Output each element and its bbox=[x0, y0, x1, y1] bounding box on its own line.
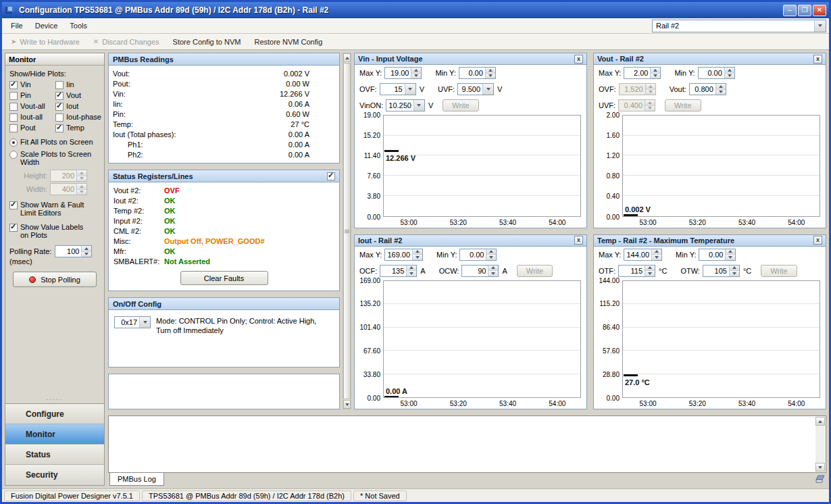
sidebar-nav: Configure Monitor Status Security bbox=[5, 403, 104, 485]
otf-spinner[interactable]: 115 bbox=[618, 265, 655, 277]
uvf-combo[interactable]: 9.500 bbox=[457, 83, 494, 95]
vout-spinner[interactable]: 0.800 bbox=[689, 83, 726, 95]
plot-toggle-iout[interactable]: Iout bbox=[55, 101, 101, 111]
max-y-spinner[interactable]: 2.00 bbox=[624, 67, 661, 79]
ovf-combo[interactable]: 15 bbox=[380, 83, 416, 95]
plot-toggle-vout[interactable]: Vout bbox=[55, 91, 101, 101]
scroll-up-icon[interactable] bbox=[343, 53, 351, 62]
spinner-arrows-icon[interactable] bbox=[645, 266, 655, 276]
min-y-spinner[interactable]: 0.00 bbox=[459, 249, 497, 261]
onoff-config-title: On/Off Config bbox=[113, 300, 161, 308]
chevron-down-icon[interactable] bbox=[814, 20, 826, 32]
ovf-spinner[interactable]: 1.520 bbox=[619, 83, 656, 95]
scrollbar-thumb[interactable] bbox=[343, 63, 351, 399]
write-button[interactable]: Write bbox=[761, 265, 797, 277]
spinner-arrows-icon[interactable] bbox=[725, 249, 735, 260]
radio-scale-plots-width[interactable]: Scale Plots to Screen Width bbox=[9, 149, 101, 167]
tab-pmbus-log[interactable]: PMBus Log bbox=[109, 472, 164, 486]
sidebar-item-monitor[interactable]: Monitor bbox=[5, 424, 104, 445]
menu-device[interactable]: Device bbox=[29, 19, 64, 32]
plot-toggle-iout-phase[interactable]: Iout-phase bbox=[55, 112, 101, 122]
spinner-arrows-icon[interactable] bbox=[406, 266, 416, 276]
max-y-spinner[interactable]: 19.00 bbox=[384, 67, 422, 79]
maximize-button-icon[interactable]: ❐ bbox=[798, 5, 811, 16]
rail-selector[interactable]: Rail #2 bbox=[652, 20, 826, 32]
status-panel-checkbox[interactable] bbox=[327, 172, 335, 180]
max-y-spinner[interactable]: 144.00 bbox=[624, 249, 662, 261]
onoff-mode-combo[interactable]: 0x17 bbox=[114, 316, 151, 328]
close-plot-icon[interactable]: x bbox=[813, 55, 822, 64]
restore-nvm-config-button[interactable]: Restore NVM Config bbox=[249, 35, 328, 49]
clear-log-icon[interactable] bbox=[814, 474, 826, 484]
width-spinner[interactable]: 400 bbox=[50, 183, 87, 195]
plot-toggle-vout-all[interactable]: Vout-all bbox=[9, 101, 55, 111]
spinner-arrows-icon[interactable] bbox=[486, 249, 496, 260]
checkbox-icon bbox=[9, 201, 18, 209]
sidebar-item-status[interactable]: Status bbox=[5, 445, 104, 465]
spinner-arrows-icon[interactable] bbox=[76, 184, 86, 195]
ocf-spinner[interactable]: 135 bbox=[380, 265, 417, 277]
stop-polling-button[interactable]: Stop Polling bbox=[13, 272, 97, 287]
max-y-spinner[interactable]: 169.00 bbox=[384, 249, 423, 261]
spinner-arrows-icon[interactable] bbox=[411, 68, 421, 78]
menu-file[interactable]: File bbox=[5, 19, 29, 32]
write-button[interactable]: Write bbox=[517, 265, 553, 277]
store-config-to-nvm-button[interactable]: Store Config to NVM bbox=[168, 35, 247, 49]
plot-toggle-iin[interactable]: Iin bbox=[55, 80, 101, 90]
spinner-arrows-icon[interactable] bbox=[729, 266, 739, 276]
pmbus-log-content[interactable] bbox=[108, 415, 826, 473]
discard-changes-button[interactable]: ✕ Discard Changes bbox=[88, 35, 165, 49]
write-button[interactable]: Write bbox=[665, 99, 701, 111]
sidebar-item-configure[interactable]: Configure bbox=[5, 404, 104, 424]
close-button-icon[interactable]: ✕ bbox=[813, 5, 826, 16]
device-address: TPS53681 @ PMBus Addr 89d (59h) / I2C Ad… bbox=[142, 490, 351, 501]
polling-rate-spinner[interactable]: 100 bbox=[55, 245, 92, 257]
chevron-down-icon[interactable] bbox=[413, 100, 424, 111]
chevron-down-icon[interactable] bbox=[482, 84, 493, 95]
sidebar-splitter-grip[interactable]: ····· bbox=[8, 396, 101, 403]
show-value-labels-checkbox[interactable]: Show Value Labels on Plots bbox=[9, 222, 101, 240]
spinner-arrows-icon[interactable] bbox=[650, 68, 660, 78]
clear-faults-button[interactable]: Clear Faults bbox=[180, 271, 268, 285]
status-bar: Fusion Digital Power Designer v7.5.1 TPS… bbox=[2, 488, 829, 502]
menu-tools[interactable]: Tools bbox=[64, 19, 93, 32]
ocw-spinner[interactable]: 90 bbox=[461, 265, 499, 277]
close-plot-icon[interactable]: x bbox=[574, 55, 583, 64]
radio-fit-all-plots[interactable]: Fit All Plots on Screen bbox=[9, 137, 101, 147]
plot-toggle-pin[interactable]: Pin bbox=[9, 91, 55, 101]
scroll-down-icon[interactable] bbox=[815, 463, 825, 472]
spinner-arrows-icon[interactable] bbox=[485, 68, 495, 78]
min-y-spinner[interactable]: 0.00 bbox=[698, 67, 735, 79]
write-to-hardware-button[interactable]: ➤ Write to Hardware bbox=[5, 35, 85, 49]
polling-rate-unit: (msec) bbox=[9, 257, 101, 266]
plot-toggle-vin[interactable]: Vin bbox=[9, 80, 55, 90]
height-spinner[interactable]: 200 bbox=[50, 170, 87, 182]
spinner-arrows-icon[interactable] bbox=[76, 170, 86, 181]
min-y-spinner[interactable]: 0.00 bbox=[459, 67, 496, 79]
chevron-down-icon[interactable] bbox=[139, 317, 150, 328]
spinner-arrows-icon[interactable] bbox=[651, 249, 661, 260]
plot-toggle-iout-all[interactable]: Iout-all bbox=[9, 112, 55, 122]
scroll-down-icon[interactable] bbox=[343, 400, 351, 409]
min-y-spinner[interactable]: 0.00 bbox=[699, 249, 736, 261]
write-button[interactable]: Write bbox=[443, 99, 478, 111]
vinon-combo[interactable]: 10.250 bbox=[386, 99, 425, 111]
spinner-arrows-icon[interactable] bbox=[488, 266, 498, 276]
uvf-spinner[interactable]: 0.400 bbox=[618, 99, 655, 111]
plot-toggle-temp[interactable]: Temp bbox=[55, 123, 101, 133]
spinner-arrows-icon[interactable] bbox=[724, 68, 734, 78]
scroll-up-icon[interactable] bbox=[815, 417, 825, 426]
sidebar-item-security[interactable]: Security bbox=[5, 465, 104, 485]
plots-scrollbar[interactable] bbox=[343, 53, 351, 409]
spinner-arrows-icon[interactable] bbox=[715, 84, 726, 95]
plot-toggle-pout[interactable]: Pout bbox=[9, 123, 55, 133]
otw-spinner[interactable]: 105 bbox=[703, 265, 740, 277]
chevron-down-icon[interactable] bbox=[405, 84, 416, 95]
log-scrollbar[interactable] bbox=[815, 417, 825, 472]
close-plot-icon[interactable]: x bbox=[574, 236, 583, 245]
minimize-button-icon[interactable]: – bbox=[783, 5, 797, 16]
spinner-arrows-icon[interactable] bbox=[81, 246, 91, 257]
close-plot-icon[interactable]: x bbox=[813, 236, 822, 245]
spinner-arrows-icon[interactable] bbox=[412, 249, 422, 260]
show-warn-fault-editors-checkbox[interactable]: Show Warn & Fault Limit Editors bbox=[9, 200, 101, 218]
